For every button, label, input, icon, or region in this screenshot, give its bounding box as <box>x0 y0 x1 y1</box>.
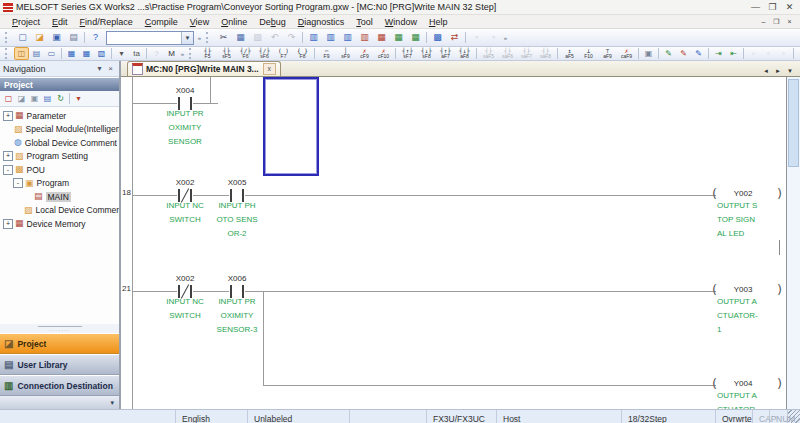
find-device-icon[interactable]: M <box>164 47 179 60</box>
tree-item-pou[interactable]: -▩POU <box>0 163 119 177</box>
tree-item-parameter[interactable]: +▦Parameter <box>0 109 119 123</box>
verify-with-plc-icon[interactable]: ▥ <box>339 30 356 46</box>
navbtn-user-library[interactable]: ▤User Library <box>0 354 119 375</box>
mdi-close-button[interactable]: × <box>783 17 796 27</box>
device-display-dropdown-icon[interactable]: ▾ <box>114 47 129 60</box>
nav-sort-icon[interactable]: ▾ <box>72 93 85 105</box>
statement-icon[interactable]: ▧ <box>94 47 109 60</box>
toolbar-grip[interactable] <box>189 48 195 59</box>
rising-pulse-branch-button[interactable]: ┤↑├aF7 <box>436 47 455 61</box>
function-block-combobox[interactable]: ▼ <box>106 31 194 45</box>
undo-icon[interactable]: ↶ <box>266 30 283 46</box>
combo-dropdown-icon[interactable]: ▼ <box>181 32 193 44</box>
tab-close-button[interactable]: x <box>263 63 276 75</box>
edit-block-icon[interactable]: ▫ <box>746 47 761 60</box>
navigator-options-chevron[interactable]: ▾ <box>0 396 119 409</box>
navbtn-connection-destination[interactable]: ▥Connection Destination <box>0 375 119 396</box>
expand-icon[interactable]: + <box>3 151 13 161</box>
menu-item-help[interactable]: Help <box>423 17 454 27</box>
context-help-icon[interactable]: ? <box>149 47 164 60</box>
inline-st-icon[interactable]: ▣ <box>641 47 656 60</box>
falling-pulse-branch-button[interactable]: ┤↓├aF8 <box>455 47 474 61</box>
copy-block-icon[interactable]: ▫ <box>761 47 776 60</box>
vertical-line-draw-button[interactable]: ↥aF5 <box>560 47 579 61</box>
rung-delete-button[interactable]: ✗caF9 <box>617 47 636 61</box>
toolbar-overflow-chevron[interactable]: » <box>196 32 203 44</box>
monitor-stop-icon[interactable]: ▦ <box>407 30 424 46</box>
tree-item-program[interactable]: -▣Program <box>0 177 119 191</box>
coil-device-y004[interactable]: Y004 <box>720 379 766 388</box>
menu-item-tool[interactable]: Tool <box>350 17 379 27</box>
help-icon[interactable]: ? <box>87 30 104 46</box>
collapse-icon[interactable]: - <box>3 165 13 175</box>
redo-icon[interactable]: ↷ <box>283 30 300 46</box>
simulation-icon[interactable]: ⇄ <box>446 30 463 46</box>
nav-paste-icon[interactable]: ▣ <box>28 93 41 105</box>
save-project-icon[interactable]: ▣ <box>48 30 65 46</box>
window-maximize-button[interactable]: ❐ <box>764 1 781 13</box>
pin-icon[interactable]: ▾ <box>94 64 105 73</box>
toolbar-grip[interactable] <box>5 48 11 59</box>
menu-item-compile[interactable]: Compile <box>139 17 184 27</box>
menu-item-online[interactable]: Online <box>215 17 253 27</box>
nav-copy-icon[interactable]: ◪ <box>15 93 28 105</box>
ladder-canvas[interactable]: X004INPUT PR OXIMITY SENSOR18X002INPUT N… <box>121 77 786 409</box>
rising-pulse-button[interactable]: ┤↑├sF7 <box>398 47 417 61</box>
falling-pulse-button[interactable]: ┤↓├sF8 <box>417 47 436 61</box>
edit-mode-icon[interactable]: ✎ <box>661 47 676 60</box>
paste-block-icon[interactable]: ▫ <box>776 47 791 60</box>
tab-scroll-left-icon[interactable]: ◄ <box>760 68 772 74</box>
vertical-scrollbar[interactable] <box>786 77 800 409</box>
menu-item-project[interactable]: Project <box>6 17 46 27</box>
menu-item-findreplace[interactable]: Find/Replace <box>74 17 139 27</box>
vertical-line-button[interactable]: │sF9 <box>336 47 355 61</box>
menu-item-diagnostics[interactable]: Diagnostics <box>292 17 351 27</box>
pulse-invert-button[interactable]: ┤├saF7 <box>517 47 536 61</box>
horizontal-line-button[interactable]: ─F9 <box>317 47 336 61</box>
close-icon[interactable]: × <box>105 64 116 73</box>
device-comment-icon[interactable]: ▦ <box>64 47 79 60</box>
comment-format-dropdown-icon[interactable]: ta <box>129 47 144 60</box>
delete-horizontal-line-button[interactable]: ✗cF9 <box>355 47 374 61</box>
toolbar-grip[interactable] <box>206 32 212 43</box>
tree-item-main[interactable]: ▤MAIN <box>0 190 119 204</box>
collapse-icon[interactable]: - <box>13 178 23 188</box>
line-delete-button[interactable]: ⊤aF9 <box>598 47 617 61</box>
pulse-invert-branch-button[interactable]: ┤├saF8 <box>536 47 555 61</box>
invert-operation-button[interactable]: ┤├saF5 <box>479 47 498 61</box>
nav-refresh-icon[interactable]: ↻ <box>54 93 67 105</box>
ladder-logic-test-icon[interactable]: ▩ <box>429 30 446 46</box>
resize-grip[interactable] <box>788 410 800 423</box>
open-project-icon[interactable]: ◪ <box>31 30 48 46</box>
menu-item-edit[interactable]: Edit <box>46 17 74 27</box>
nav-property-icon[interactable]: ▤ <box>41 93 54 105</box>
remote-operation-icon[interactable]: ▥ <box>356 30 373 46</box>
tree-item-local-device-commen[interactable]: ▨Local Device Commen <box>0 204 119 218</box>
delete-row-icon[interactable]: ⇤ <box>726 47 741 60</box>
expand-icon[interactable]: + <box>3 111 13 121</box>
open-branch-button[interactable]: ┤├sF5 <box>217 47 236 61</box>
monitor-write-icon[interactable]: ▦ <box>390 30 407 46</box>
contact-device-x004[interactable]: X004 <box>163 86 207 95</box>
mdi-minimize-button[interactable]: – <box>757 17 770 27</box>
window-minimize-button[interactable]: — <box>747 1 764 13</box>
application-instruction-button[interactable]: { }F8 <box>293 47 312 61</box>
mdi-restore-button[interactable]: ❐ <box>770 17 783 27</box>
tab-scroll-right-icon[interactable]: ► <box>772 68 784 74</box>
tab-main-program[interactable]: MC:N0 [PRG]Write MAIN 3... x <box>127 61 281 76</box>
function-block-window-icon[interactable]: ▤ <box>29 47 44 60</box>
new-project-icon[interactable]: ▢ <box>14 30 31 46</box>
contact-device-x005[interactable]: X005 <box>215 178 259 187</box>
expand-icon[interactable]: + <box>3 219 13 229</box>
window-close-button[interactable]: ✕ <box>781 1 798 13</box>
horizontal-line-draw-button[interactable]: ⊥F10 <box>579 47 598 61</box>
read-mode-icon[interactable]: ✎ <box>676 47 691 60</box>
nav-new-icon[interactable]: ▢ <box>2 93 15 105</box>
navigation-window-icon[interactable]: ◫ <box>14 47 29 60</box>
open-contact-button[interactable]: ┤├F5 <box>198 47 217 61</box>
navigation-splitter[interactable]: ······· <box>0 324 119 333</box>
comment-display-toggle-icon[interactable]: ▤ <box>796 47 800 60</box>
coil-device-y002[interactable]: Y002 <box>720 189 766 198</box>
copy-icon[interactable]: ▦ <box>232 30 249 46</box>
contact-device-x006[interactable]: X006 <box>215 274 259 283</box>
